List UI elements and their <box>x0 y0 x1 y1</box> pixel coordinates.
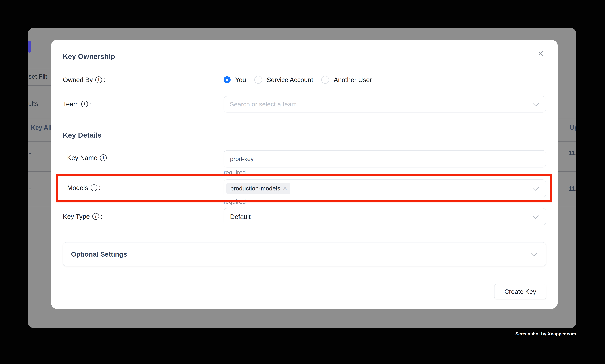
info-icon: i <box>92 213 99 220</box>
table-row-date-fragment: 11/ <box>569 185 576 192</box>
key-name-label: * Key Name i : <box>63 153 110 162</box>
optional-settings-title: Optional Settings <box>71 250 127 258</box>
radio-unselected-icon[interactable] <box>321 76 329 84</box>
key-type-value: Default <box>230 213 251 221</box>
key-ownership-section-title: Key Ownership <box>63 52 115 61</box>
reset-filters-fragment: eset Filt <box>28 73 47 80</box>
team-select[interactable]: Search or select a team <box>224 96 546 113</box>
key-type-label: Key Type i : <box>63 212 102 221</box>
radio-option-service-account[interactable]: Service Account <box>254 76 313 84</box>
watermark-text: Screenshot by Xnapper.com <box>515 331 576 337</box>
info-icon: i <box>81 101 88 107</box>
radio-option-another-user[interactable]: Another User <box>321 76 372 84</box>
close-button[interactable]: ✕ <box>535 48 546 59</box>
create-key-button[interactable]: Create Key <box>494 284 546 299</box>
required-marker: * <box>63 155 65 162</box>
optional-settings-header[interactable]: Optional Settings <box>63 242 546 266</box>
key-type-select[interactable]: Default <box>224 208 546 225</box>
table-row-date-fragment: 11/ <box>569 149 576 156</box>
results-count-fragment: sults <box>28 100 38 108</box>
radio-unselected-icon[interactable] <box>254 76 262 84</box>
table-row-cell: - <box>29 149 31 156</box>
updated-column-header-fragment: Up <box>570 124 576 131</box>
divider <box>28 69 52 69</box>
dimmed-primary-button-fragment <box>28 41 31 52</box>
chevron-down-icon <box>533 100 539 107</box>
team-select-placeholder: Search or select a team <box>230 101 297 108</box>
radio-option-you[interactable]: You <box>224 76 246 84</box>
page: { "icons": { "close": "✕", "remove_tag":… <box>0 0 605 364</box>
info-icon: i <box>100 154 107 161</box>
chevron-down-icon <box>533 213 539 219</box>
owned-by-label: Owned By i : <box>63 75 105 84</box>
key-name-value: prod-key <box>230 156 254 162</box>
key-name-input[interactable]: prod-key <box>224 150 546 168</box>
key-details-section-title: Key Details <box>63 131 102 139</box>
close-icon: ✕ <box>538 49 544 58</box>
info-icon: i <box>95 77 102 83</box>
radio-selected-icon[interactable] <box>224 76 231 83</box>
chevron-down-icon <box>530 249 538 257</box>
team-label: Team i : <box>63 100 91 108</box>
divider <box>28 85 52 86</box>
annotation-highlight-box <box>56 174 552 202</box>
owned-by-radio-group: You Service Account Another User <box>224 75 372 85</box>
table-row-cell: - <box>29 185 31 192</box>
